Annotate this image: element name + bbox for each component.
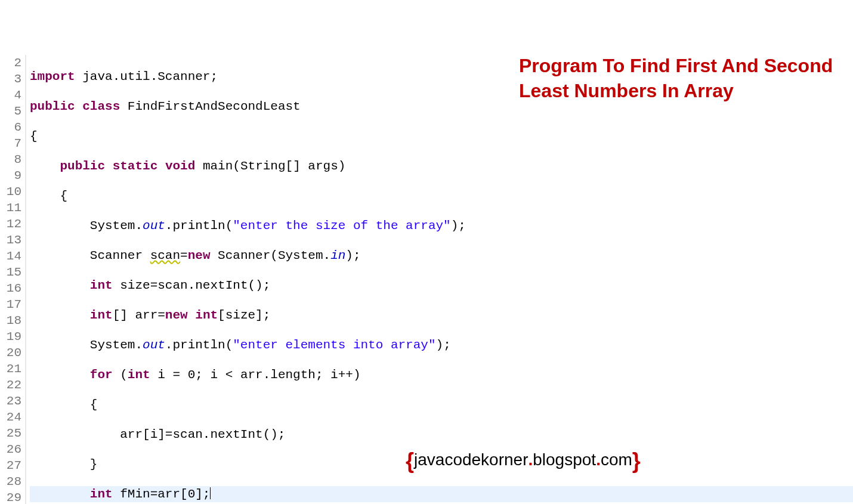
code-line: System.out.println("enter elements into … [30,337,853,353]
line-number: 9 [0,168,21,184]
code-line: { [30,397,853,413]
line-number: 12 [0,216,21,232]
line-number: 28 [0,474,21,490]
code-line-current: int fMin=arr[0]; [30,486,853,502]
line-number: 13 [0,232,21,248]
line-number: 11 [0,200,21,216]
line-number: 19 [0,329,21,345]
footer-watermark: {javacodekorner.blogspot.com} [406,449,641,474]
line-number: 8 [0,151,21,168]
brace-close-icon: } [632,449,641,473]
line-number: 23 [0,393,21,409]
line-number: 21 [0,361,21,377]
code-line: for (int i = 0; i < arr.length; i++) [30,367,853,383]
line-number: 29 [0,490,21,504]
code-line: public static void main(String[] args) [30,158,853,174]
code-line: int size=scan.nextInt(); [30,277,853,293]
title-overlay: Program To Find First And Second Least N… [519,54,853,103]
line-number: 24 [0,409,21,425]
line-number: 5 [0,103,21,119]
line-number: 15 [0,264,21,280]
code-area[interactable]: import java.util.Scanner; public class F… [26,55,853,504]
line-number: 25 [0,425,21,441]
text-cursor-icon [210,487,211,499]
code-line: System.out.println("enter the size of th… [30,218,853,234]
line-number: 14 [0,248,21,264]
code-line: { [30,128,853,144]
line-number: 2 [0,55,21,71]
line-number: 16 [0,280,21,296]
code-line: { [30,188,853,204]
code-line: int[] arr=new int[size]; [30,307,853,323]
line-number: 22 [0,377,21,393]
line-number: 27 [0,457,21,474]
code-line: arr[i]=scan.nextInt(); [30,426,853,443]
line-number: 7 [0,135,21,151]
line-number: 17 [0,296,21,313]
line-number: 18 [0,313,21,329]
line-number: 26 [0,441,21,457]
line-number: 6 [0,119,21,135]
brace-open-icon: { [406,449,414,473]
line-number: 10 [0,184,21,200]
line-number: 20 [0,345,21,361]
line-number: 4 [0,87,21,103]
code-line: Scanner scan=new Scanner(System.in); [30,248,853,264]
line-number: 3 [0,71,21,87]
line-gutter: 2345678910111213141516171819202122232425… [0,55,26,504]
code-editor: 2345678910111213141516171819202122232425… [0,55,853,504]
